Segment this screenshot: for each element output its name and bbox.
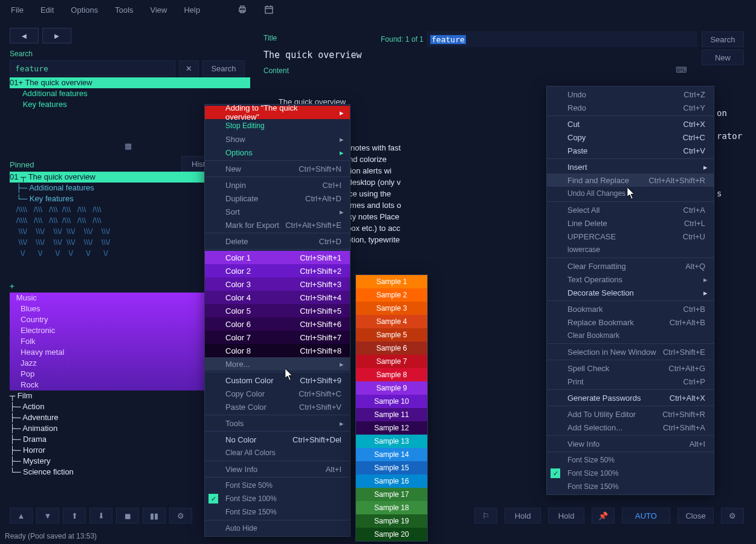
mi-lowercase[interactable]: lowercase <box>547 243 714 256</box>
mi-custom-color[interactable]: Custom ColorCtrl+Shift+9 <box>205 374 350 387</box>
mi-font-100-2[interactable]: Font Size 100% <box>547 467 714 480</box>
mi-auto-hide[interactable]: Auto Hide <box>205 522 350 535</box>
mi-view-info[interactable]: View InfoAlt+I <box>205 462 350 476</box>
cat-music[interactable]: Music <box>10 293 204 303</box>
mi-color-4[interactable]: Color 4Ctrl+Shift+4 <box>205 291 350 304</box>
tree-item[interactable]: Additional features <box>10 88 250 99</box>
mi-mark-export[interactable]: Mark for ExportCtrl+Alt+Shift+E <box>205 218 350 232</box>
drag-handle-icon[interactable]: ▦ <box>124 141 132 151</box>
outdent-icon[interactable]: ⬆ <box>63 508 86 523</box>
mi-sample-16[interactable]: Sample 16 <box>356 474 427 488</box>
mi-find-replace[interactable]: Find and ReplaceCtrl+Alt+Shift+R <box>547 173 714 187</box>
mi-copy[interactable]: CopyCtrl+C <box>547 131 714 144</box>
mi-no-color[interactable]: No ColorCtrl+Shift+Del <box>205 433 350 446</box>
mi-sample-9[interactable]: Sample 9 <box>356 381 427 395</box>
mi-decorate-selection[interactable]: Decorate Selection▸ <box>547 286 714 299</box>
mi-sample-7[interactable]: Sample 7 <box>356 355 427 368</box>
move-down-icon[interactable]: ▼ <box>36 508 59 523</box>
mi-adding[interactable]: Adding to "The quick overview"▸ <box>205 106 350 119</box>
mi-redo[interactable]: RedoCtrl+Y <box>547 101 714 114</box>
mi-sample-1[interactable]: Sample 1 <box>356 275 427 288</box>
menu-options[interactable]: Options <box>63 3 105 17</box>
mi-more-colors[interactable]: More...▸ <box>205 357 350 371</box>
mi-font-50[interactable]: Font Size 50% <box>205 479 350 492</box>
mi-delete[interactable]: DeleteCtrl+D <box>205 235 350 248</box>
menu-file[interactable]: File <box>4 3 31 17</box>
mi-new[interactable]: NewCtrl+Shift+N <box>205 162 350 175</box>
mi-bookmark[interactable]: BookmarkCtrl+B <box>547 302 714 316</box>
cat-film[interactable]: ┬ Film <box>10 390 204 401</box>
calendar-icon[interactable] <box>260 3 277 16</box>
cat-heavymetal[interactable]: Heavy metal <box>10 347 204 358</box>
printer-icon[interactable] <box>234 3 251 16</box>
mi-stop-editing[interactable]: Stop Editing <box>205 119 350 132</box>
mi-clear-bookmark[interactable]: Clear Bookmark <box>547 329 714 342</box>
mi-paste[interactable]: PasteCtrl+V <box>547 144 714 157</box>
mi-uppercase[interactable]: UPPERCASECtrl+U <box>547 230 714 243</box>
mi-text-operations[interactable]: Text Operations▸ <box>547 273 714 286</box>
next-button[interactable]: ► <box>42 28 71 44</box>
cat-electronic[interactable]: Electronic <box>10 325 204 336</box>
add-button[interactable]: + <box>10 282 15 291</box>
columns-icon[interactable]: ▮▮ <box>143 508 166 523</box>
menu-edit[interactable]: Edit <box>33 3 61 17</box>
mi-unpin[interactable]: UnpinCtrl+I <box>205 178 350 192</box>
cat-mystery[interactable]: ├─ Mystery <box>10 456 204 467</box>
mi-cut[interactable]: CutCtrl+X <box>547 117 714 131</box>
mi-tools[interactable]: Tools▸ <box>205 416 350 430</box>
mi-clear-formatting[interactable]: Clear FormattingAlt+Q <box>547 259 714 273</box>
search-button[interactable]: Search <box>202 60 245 76</box>
mi-sample-8[interactable]: Sample 8 <box>356 368 427 381</box>
cat-scifi[interactable]: └─ Science fiction <box>10 467 204 478</box>
pin-icon[interactable]: 📌 <box>592 508 615 523</box>
mi-sample-10[interactable]: Sample 10 <box>356 395 427 408</box>
bookmark-icon[interactable]: ⚐ <box>474 508 497 523</box>
mi-add-utility[interactable]: Add To Utility EditorCtrl+Shift+R <box>547 407 714 421</box>
menu-view[interactable]: View <box>143 3 175 17</box>
close-button[interactable]: Close <box>677 508 714 523</box>
mi-sort[interactable]: Sort▸ <box>205 205 350 218</box>
mi-spell-check[interactable]: Spell CheckCtrl+Alt+G <box>547 361 714 375</box>
mi-color-7[interactable]: Color 7Ctrl+Shift+7 <box>205 331 350 344</box>
indent-icon[interactable]: ⬇ <box>89 508 112 523</box>
mi-clear-colors[interactable]: Clear All Colors <box>205 446 350 459</box>
mi-color-8[interactable]: Color 8Ctrl+Shift+8 <box>205 344 350 357</box>
cat-adventure[interactable]: ├─ Adventure <box>10 412 204 423</box>
mi-color-6[interactable]: Color 6Ctrl+Shift+6 <box>205 317 350 331</box>
mi-color-2[interactable]: Color 2Ctrl+Shift+2 <box>205 264 350 277</box>
mi-generate-passwords[interactable]: Generate PasswordsCtrl+Alt+X <box>547 391 714 404</box>
mi-selection-new-window[interactable]: Selection in New WindowCtrl+Shift+E <box>547 345 714 358</box>
mi-show[interactable]: Show▸ <box>205 132 350 146</box>
cat-animation[interactable]: ├─ Animation <box>10 423 204 434</box>
prev-button[interactable]: ◄ <box>10 28 39 44</box>
hold-button-1[interactable]: Hold <box>505 508 541 523</box>
mi-color-5[interactable]: Color 5Ctrl+Shift+5 <box>205 304 350 317</box>
tree-item-selected[interactable]: 01+ The quick overview <box>10 77 250 88</box>
clear-search-button[interactable]: ✕ <box>179 60 199 76</box>
cat-horror[interactable]: ├─ Horror <box>10 445 204 456</box>
settings-icon-2[interactable]: ⚙ <box>721 508 744 523</box>
mi-undo[interactable]: UndoCtrl+Z <box>547 88 714 101</box>
title-field[interactable]: feature <box>427 31 697 47</box>
mi-sample-3[interactable]: Sample 3 <box>356 302 427 315</box>
mi-sample-2[interactable]: Sample 2 <box>356 288 427 302</box>
mi-copy-color[interactable]: Copy ColorCtrl+Shift+C <box>205 387 350 400</box>
mi-insert[interactable]: Insert▸ <box>547 160 714 173</box>
mi-select-all[interactable]: Select AllCtrl+A <box>547 203 714 216</box>
new-button[interactable]: New <box>702 50 744 65</box>
mi-sample-5[interactable]: Sample 5 <box>356 328 427 342</box>
mi-paste-color[interactable]: Paste ColorCtrl+Shift+V <box>205 400 350 413</box>
mi-font-150-2[interactable]: Font Size 150% <box>547 480 714 493</box>
settings-icon[interactable]: ⚙ <box>169 508 192 523</box>
pinned-item[interactable]: └─ Key features <box>10 193 204 204</box>
mi-font-100[interactable]: Font Size 100% <box>205 492 350 505</box>
title-search-button[interactable]: Search <box>702 31 744 47</box>
cat-drama[interactable]: ├─ Drama <box>10 434 204 445</box>
mi-sample-19[interactable]: Sample 19 <box>356 514 427 528</box>
keyboard-icon[interactable]: ⌨ <box>676 65 687 74</box>
hold-button-2[interactable]: Hold <box>548 508 584 523</box>
mi-sample-12[interactable]: Sample 12 <box>356 421 427 435</box>
mi-sample-4[interactable]: Sample 4 <box>356 315 427 328</box>
cat-country[interactable]: Country <box>10 314 204 325</box>
mi-options[interactable]: Options▸ <box>205 146 350 159</box>
